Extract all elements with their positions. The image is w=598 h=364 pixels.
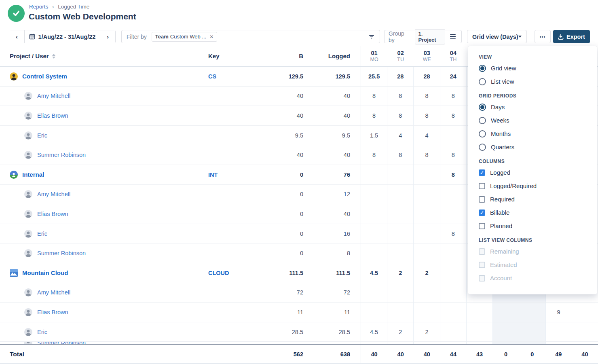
column-header-logged: Logged xyxy=(303,46,350,66)
user-link[interactable]: Amy Mitchell xyxy=(37,191,70,197)
menu-icon[interactable] xyxy=(448,32,457,41)
date-range-button[interactable]: 1/Aug/22 - 31/Aug/22 xyxy=(24,30,100,43)
day-cell: 28 xyxy=(387,67,414,86)
total-day-cell: 49 xyxy=(545,345,572,363)
radio-selected-icon[interactable] xyxy=(479,104,486,111)
more-options-button[interactable]: ••• xyxy=(535,30,551,43)
day-cell: 1.5 xyxy=(361,126,387,145)
next-period-button[interactable]: › xyxy=(100,30,115,43)
remove-filter-icon[interactable]: ✕ xyxy=(209,34,213,40)
user-link[interactable]: Summer Robinson xyxy=(37,342,86,344)
user-link[interactable]: Elias Brown xyxy=(37,112,68,119)
day-cell xyxy=(387,303,414,322)
total-day-cell: 44 xyxy=(440,345,466,363)
user-link[interactable]: Amy Mitchell xyxy=(37,289,70,296)
day-cell: 8 xyxy=(440,145,467,165)
option-label: Logged xyxy=(490,169,510,176)
user-link[interactable]: Elias Brown xyxy=(37,211,68,217)
radio-option-grid-view[interactable]: Grid view xyxy=(479,61,597,75)
project-key xyxy=(202,342,239,344)
day-number: 01 xyxy=(371,50,377,57)
logged-value: 28.5 xyxy=(303,322,350,342)
radio-option-weeks[interactable]: Weeks xyxy=(479,114,597,127)
logged-value: 9.5 xyxy=(303,126,350,145)
day-cell xyxy=(546,342,572,344)
checkbox-unchecked-icon[interactable] xyxy=(479,223,485,229)
day-cell: 8 xyxy=(440,165,467,184)
group-by-value[interactable]: 1. Project xyxy=(415,29,445,44)
column-divider xyxy=(350,67,361,86)
filter-bar[interactable]: Filter by Team Custom Web ... ✕ xyxy=(121,30,380,43)
team-filter-chip[interactable]: Team Custom Web ... ✕ xyxy=(152,32,217,42)
project-link[interactable]: Mountain Cloud xyxy=(22,269,68,276)
breadcrumb-current: Logged Time xyxy=(58,4,89,10)
logged-value: 40 xyxy=(303,204,350,224)
page-title: Custom Web Development xyxy=(29,12,136,21)
user-link[interactable]: Summer Robinson xyxy=(37,152,86,158)
radio-unselected-icon[interactable] xyxy=(479,144,486,151)
checkbox-checked-icon[interactable]: ✓ xyxy=(479,210,485,216)
user-link[interactable]: Elias Brown xyxy=(37,309,68,315)
checkbox-checked-icon[interactable]: ✓ xyxy=(479,169,485,176)
radio-unselected-icon[interactable] xyxy=(479,117,486,124)
radio-unselected-icon[interactable] xyxy=(479,78,486,85)
user-link[interactable]: Eric xyxy=(37,329,47,335)
checkbox-option-required[interactable]: Required xyxy=(479,193,597,206)
radio-option-quarters[interactable]: Quarters xyxy=(479,140,597,154)
user-cell: Summer Robinson xyxy=(0,243,202,263)
checkbox-option-logged-required[interactable]: Logged/Required xyxy=(479,179,597,193)
checkbox-option-planned[interactable]: Planned xyxy=(479,219,597,233)
logged-value: 76 xyxy=(303,165,350,184)
export-button[interactable]: Export xyxy=(553,30,590,43)
filter-chip-value: Custom Web ... xyxy=(170,34,206,40)
total-day-cell: 43 xyxy=(466,345,492,363)
radio-option-list-view[interactable]: List view xyxy=(479,75,597,88)
project-link[interactable]: Internal xyxy=(22,171,44,178)
project-link[interactable]: Control System xyxy=(22,73,67,80)
user-link[interactable]: Eric xyxy=(37,231,47,237)
user-cell: Elias Brown xyxy=(0,303,202,322)
radio-selected-icon[interactable] xyxy=(479,65,486,72)
day-cell xyxy=(414,243,440,263)
panel-section-title-grid-periods: GRID PERIODS xyxy=(479,93,597,99)
day-cell: 8 xyxy=(440,106,467,125)
day-cell xyxy=(361,224,387,243)
checkbox-unchecked-icon[interactable] xyxy=(479,196,485,203)
checkbox-option-remaining: Remaining xyxy=(479,245,597,258)
breadcrumb-reports-link[interactable]: Reports xyxy=(29,4,48,10)
user-avatar xyxy=(24,328,32,336)
option-label: Days xyxy=(491,104,505,110)
sort-icon[interactable] xyxy=(52,54,55,59)
person-project-icon xyxy=(10,72,18,80)
radio-option-days[interactable]: Days xyxy=(479,100,597,114)
logged-value: 8 xyxy=(303,243,350,263)
day-cell xyxy=(440,263,467,283)
toolbar: ‹ 1/Aug/22 - 31/Aug/22 › Filter by Team … xyxy=(0,30,598,44)
day-cell: 8 xyxy=(440,87,467,106)
page-header: Reports › Logged Time Custom Web Develop… xyxy=(0,0,598,29)
day-cell: 4.5 xyxy=(361,263,387,283)
day-cell xyxy=(440,322,467,342)
user-link[interactable]: Amy Mitchell xyxy=(37,93,70,99)
option-label: Account xyxy=(490,275,512,281)
billable-value xyxy=(239,342,303,344)
day-cell xyxy=(440,185,467,204)
option-label: Logged/Required xyxy=(490,182,537,189)
project-cell: Mountain Cloud xyxy=(0,263,202,283)
user-link[interactable]: Eric xyxy=(37,132,47,139)
panel-section-title-view: VIEW xyxy=(479,54,597,60)
column-divider xyxy=(350,145,361,165)
logged-value: 11 xyxy=(303,303,350,322)
checkbox-option-logged[interactable]: ✓Logged xyxy=(479,166,597,179)
project-key xyxy=(202,303,239,322)
checkbox-option-billable[interactable]: ✓Billable xyxy=(479,206,597,219)
radio-option-months[interactable]: Months xyxy=(479,127,597,140)
prev-period-button[interactable]: ‹ xyxy=(9,30,24,43)
view-selector-button[interactable]: Grid view (Days) xyxy=(467,30,527,43)
radio-unselected-icon[interactable] xyxy=(479,130,486,138)
day-cell xyxy=(387,243,414,263)
user-link[interactable]: Summer Robinson xyxy=(37,250,86,256)
filter-icon[interactable] xyxy=(368,34,375,41)
group-by-label: Group by xyxy=(389,30,412,43)
checkbox-unchecked-icon[interactable] xyxy=(479,183,485,189)
